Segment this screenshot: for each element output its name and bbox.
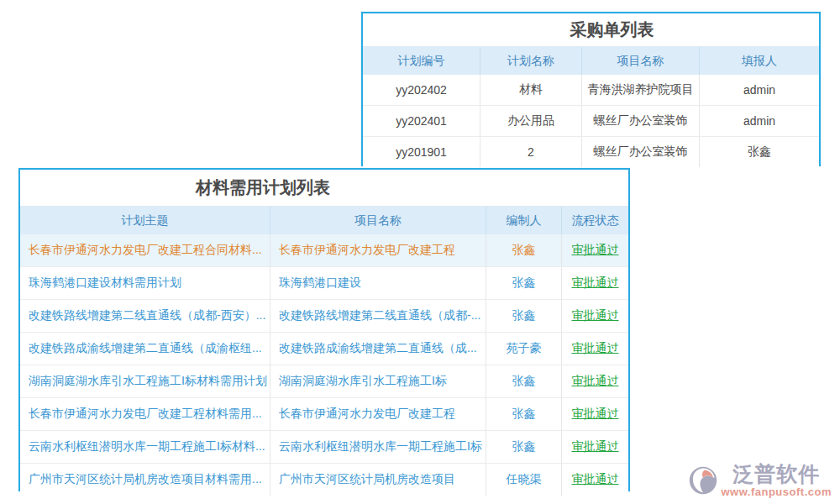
purchase-order-list-panel: 采购单列表 计划编号计划名称项目名称填报人 yy202402材料青海洪湖养护院项… [361, 12, 821, 166]
plan-number-cell: yy202401 [363, 106, 480, 136]
project-name-cell[interactable]: 改建铁路线增建第二线直通线（成都-... [270, 300, 486, 332]
author-cell: 张鑫 [486, 267, 562, 299]
vendor-watermark: 泛普软件 www.fanpusoft.com [688, 464, 832, 497]
table-row[interactable]: yy202402材料青海洪湖养护院项目admin [363, 75, 819, 105]
column-header-1: 计划名称 [480, 47, 582, 75]
project-name-cell: 青海洪湖养护院项目 [582, 75, 700, 105]
table-row[interactable]: 改建铁路成渝线增建第二直通线（成渝枢纽...改建铁路成渝线增建第二直通线（成..… [20, 332, 628, 365]
reporter-cell: admin [700, 106, 819, 136]
project-name-cell: 螺丝厂办公室装饰 [582, 137, 700, 167]
table-row[interactable]: yy2019012螺丝厂办公室装饰张鑫 [363, 136, 819, 167]
purchase-list-title-text: 采购单列表 [570, 20, 654, 39]
column-header-3: 填报人 [700, 47, 819, 75]
column-header-3: 流程状态 [562, 207, 628, 234]
watermark-url: www.fanpusoft.com [721, 486, 832, 497]
table-row[interactable]: 珠海鹤港口建设材料需用计划珠海鹤港口建设张鑫审批通过 [20, 266, 628, 299]
plan-number-cell: yy202402 [363, 75, 480, 105]
watermark-text-block: 泛普软件 www.fanpusoft.com [721, 464, 832, 497]
table-row[interactable]: 长春市伊通河水力发电厂改建工程合同材料...长春市伊通河水力发电厂改建工程张鑫审… [20, 234, 628, 266]
table-row[interactable]: 云南水利枢纽潜明水库一期工程施工I标材料...云南水利枢纽潜明水库一期工程施工I… [20, 430, 628, 463]
project-name-cell[interactable]: 长春市伊通河水力发电厂改建工程 [270, 234, 486, 266]
watermark-brand: 泛普软件 [732, 464, 820, 485]
workflow-status-link[interactable]: 审批通过 [562, 234, 628, 266]
purchase-table-header-row: 计划编号计划名称项目名称填报人 [363, 47, 819, 75]
column-header-1: 项目名称 [270, 207, 486, 234]
author-cell: 张鑫 [486, 431, 562, 463]
plan-name-cell: 2 [480, 137, 582, 167]
purchase-table-body: yy202402材料青海洪湖养护院项目adminyy202401办公用品螺丝厂办… [363, 75, 819, 167]
column-header-0: 计划编号 [363, 47, 480, 75]
plan-subject-cell[interactable]: 长春市伊通河水力发电厂改建工程材料需用... [20, 398, 270, 430]
project-name-cell[interactable]: 云南水利枢纽潜明水库一期工程施工I标 [270, 431, 486, 463]
project-name-cell[interactable]: 珠海鹤港口建设 [270, 267, 486, 299]
project-name-cell[interactable]: 湖南洞庭湖水库引水工程施工I标 [270, 365, 486, 397]
purchase-list-title: 采购单列表 [363, 13, 819, 47]
workflow-status-link[interactable]: 审批通过 [562, 333, 628, 365]
workflow-status-link[interactable]: 审批通过 [562, 431, 628, 463]
workflow-status-link[interactable]: 审批通过 [562, 398, 628, 430]
plan-number-cell: yy201901 [363, 137, 480, 167]
plan-name-cell: 材料 [480, 75, 582, 105]
plan-name-cell: 办公用品 [480, 106, 582, 136]
workflow-status-link[interactable]: 审批通过 [562, 300, 628, 332]
column-header-2: 项目名称 [582, 47, 700, 75]
author-cell: 张鑫 [486, 234, 562, 266]
reporter-cell: admin [700, 75, 819, 105]
fanpu-logo-icon [688, 465, 718, 496]
workflow-status-link[interactable]: 审批通过 [562, 267, 628, 299]
workflow-status-link[interactable]: 审批通过 [562, 464, 628, 496]
table-row[interactable]: 湖南洞庭湖水库引水工程施工I标材料需用计划湖南洞庭湖水库引水工程施工I标张鑫审批… [20, 365, 628, 397]
table-row[interactable]: 长春市伊通河水力发电厂改建工程材料需用...长春市伊通河水力发电厂改建工程张鑫审… [20, 397, 628, 430]
table-row[interactable]: 改建铁路线增建第二线直通线（成都-西安）...改建铁路线增建第二线直通线（成都-… [20, 299, 628, 332]
plan-subject-cell[interactable]: 云南水利枢纽潜明水库一期工程施工I标材料... [20, 431, 270, 463]
author-cell: 任晓渠 [486, 464, 562, 496]
material-table-body: 长春市伊通河水力发电厂改建工程合同材料...长春市伊通河水力发电厂改建工程张鑫审… [20, 234, 628, 496]
plan-subject-cell[interactable]: 珠海鹤港口建设材料需用计划 [20, 267, 270, 299]
plan-subject-cell[interactable]: 湖南洞庭湖水库引水工程施工I标材料需用计划 [20, 365, 270, 397]
project-name-cell: 螺丝厂办公室装饰 [582, 106, 700, 136]
project-name-cell[interactable]: 长春市伊通河水力发电厂改建工程 [270, 398, 486, 430]
material-plan-list-panel: 材料需用计划列表 计划主题项目名称编制人流程状态 长春市伊通河水力发电厂改建工程… [18, 168, 630, 491]
project-name-cell[interactable]: 广州市天河区统计局机房改造项目 [270, 464, 486, 496]
material-list-title-text: 材料需用计划列表 [196, 178, 330, 197]
reporter-cell: 张鑫 [700, 137, 819, 167]
plan-subject-cell[interactable]: 改建铁路成渝线增建第二直通线（成渝枢纽... [20, 333, 270, 365]
plan-subject-cell[interactable]: 改建铁路线增建第二线直通线（成都-西安）... [20, 300, 270, 332]
workflow-status-link[interactable]: 审批通过 [562, 365, 628, 397]
plan-subject-cell[interactable]: 长春市伊通河水力发电厂改建工程合同材料... [20, 234, 270, 266]
author-cell: 张鑫 [486, 365, 562, 397]
table-row[interactable]: 广州市天河区统计局机房改造项目材料需用...广州市天河区统计局机房改造项目任晓渠… [20, 463, 628, 496]
material-list-title: 材料需用计划列表 [20, 170, 628, 207]
author-cell: 张鑫 [486, 398, 562, 430]
column-header-2: 编制人 [486, 207, 562, 234]
plan-subject-cell[interactable]: 广州市天河区统计局机房改造项目材料需用... [20, 464, 270, 496]
project-name-cell[interactable]: 改建铁路成渝线增建第二直通线（成... [270, 333, 486, 365]
author-cell: 张鑫 [486, 300, 562, 332]
author-cell: 苑子豪 [486, 333, 562, 365]
column-header-0: 计划主题 [20, 207, 270, 234]
material-table-header-row: 计划主题项目名称编制人流程状态 [20, 207, 628, 234]
table-row[interactable]: yy202401办公用品螺丝厂办公室装饰admin [363, 105, 819, 136]
